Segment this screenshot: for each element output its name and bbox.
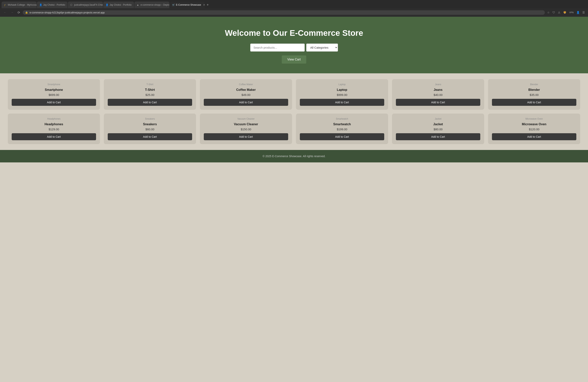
address-bar[interactable]: 🔒 e-commerce-shopp-h213sp0pr-justtcallme… xyxy=(23,10,545,15)
tab-favicon-jay1: 👤 xyxy=(39,3,42,6)
product-name: T-Shirt xyxy=(145,88,155,92)
product-name: Coffee Maker xyxy=(236,88,256,92)
category-select[interactable]: All Categories Electronics Clothing Home… xyxy=(306,43,338,52)
forward-button[interactable]: → xyxy=(9,10,15,15)
add-to-cart-button[interactable]: Add to Cart xyxy=(300,133,384,140)
new-tab-button[interactable]: + xyxy=(205,2,210,8)
product-card: Laptop Laptop $999.00 Add to Cart xyxy=(296,79,388,110)
menu-icon[interactable]: ☰ xyxy=(582,10,586,15)
product-image: Sneakers xyxy=(145,117,155,120)
product-name: Blender xyxy=(528,88,540,92)
tab-deploy[interactable]: ▲ e-commerce-shopp – Deployme xyxy=(134,1,169,8)
tab-favicon-deploy: ▲ xyxy=(137,3,139,6)
product-price: $120.00 xyxy=(529,127,539,131)
product-name: Smartphone xyxy=(45,88,63,92)
search-row: All Categories Electronics Clothing Home… xyxy=(4,43,584,52)
product-name: Headphones xyxy=(44,123,63,126)
add-to-cart-button[interactable]: Add to Cart xyxy=(204,133,288,140)
nav-icons: ☆ 🛡 ⚠ 🦁 VPN 👤 ☰ xyxy=(546,10,586,15)
products-grid: Smartphone Smartphone $699.00 Add to Car… xyxy=(8,79,580,144)
product-card: Vacuum Cleaner Vacuum Cleaner $150.00 Ad… xyxy=(200,114,292,144)
product-image: Microwave Oven xyxy=(525,117,543,120)
product-price: $199.00 xyxy=(337,127,347,131)
profile-icon[interactable]: 👤 xyxy=(576,10,580,15)
tab-label-deploy: e-commerce-shopp – Deployme xyxy=(141,3,169,6)
add-to-cart-button[interactable]: Add to Cart xyxy=(108,133,192,140)
product-image: Headphones xyxy=(47,117,61,120)
product-image: Blender xyxy=(530,83,538,86)
product-price: $80.00 xyxy=(434,127,442,131)
add-to-cart-button[interactable]: Add to Cart xyxy=(492,133,576,140)
products-section: Smartphone Smartphone $699.00 Add to Car… xyxy=(0,73,588,150)
tab-github[interactable]: ⬡ justcallmejayy/JavaFX-Checker xyxy=(68,1,103,8)
product-price: $25.00 xyxy=(146,93,154,96)
product-name: Laptop xyxy=(337,88,347,92)
tab-label-jay1: Jay Choksi - Portfolio xyxy=(43,3,65,6)
tab-mohawk[interactable]: 🎓 Mohawk College - MyAccount - xyxy=(1,1,37,8)
product-name: Sneakers xyxy=(143,123,157,126)
tab-label-mohawk: Mohawk College - MyAccount - xyxy=(8,3,37,6)
product-name: Microwave Oven xyxy=(522,123,546,126)
search-input[interactable] xyxy=(250,43,305,52)
product-card: Sneakers Sneakers $60.00 Add to Cart xyxy=(104,114,196,144)
product-card: Jeans Jeans $40.00 Add to Cart xyxy=(392,79,484,110)
tab-ecommerce[interactable]: 🛒 E-Commerce Showcase ✕ xyxy=(170,1,205,8)
browser-chrome: 🎓 Mohawk College - MyAccount - 👤 Jay Cho… xyxy=(0,0,588,17)
product-price: $40.00 xyxy=(434,93,442,96)
product-image: Laptop xyxy=(338,83,346,86)
tab-label-jay2: Jay Choksi - Portfolio xyxy=(109,3,131,6)
tab-favicon-mohawk: 🎓 xyxy=(4,3,7,6)
product-name: Jacket xyxy=(433,123,443,126)
add-to-cart-button[interactable]: Add to Cart xyxy=(396,99,480,106)
product-image: Coffee Maker xyxy=(239,83,253,86)
tab-favicon-jay2: 👤 xyxy=(105,3,108,6)
add-to-cart-button[interactable]: Add to Cart xyxy=(12,99,96,106)
tab-jay1[interactable]: 👤 Jay Choksi - Portfolio xyxy=(37,1,67,8)
footer-text: © 2025 E-Commerce Showcase. All rights r… xyxy=(262,155,325,158)
bookmark-icon[interactable]: ☆ xyxy=(546,10,550,15)
product-card: Headphones Headphones $129.00 Add to Car… xyxy=(8,114,100,144)
lock-icon: 🔒 xyxy=(25,11,28,14)
hero-section: Welcome to Our E-Commerce Store All Cate… xyxy=(0,17,588,73)
product-image: Jeans xyxy=(435,83,441,86)
product-card: Smartphone Smartphone $699.00 Add to Car… xyxy=(8,79,100,110)
tab-jay2[interactable]: 👤 Jay Choksi - Portfolio xyxy=(103,1,134,8)
product-price: $60.00 xyxy=(146,127,154,131)
product-price: $150.00 xyxy=(241,127,251,131)
product-name: Jeans xyxy=(434,88,442,92)
tab-favicon-github: ⬡ xyxy=(70,3,73,6)
product-card: Microwave Oven Microwave Oven $120.00 Ad… xyxy=(488,114,580,144)
product-image: Smartphone xyxy=(47,83,60,86)
product-price: $699.00 xyxy=(49,93,59,96)
add-to-cart-button[interactable]: Add to Cart xyxy=(12,133,96,140)
tab-close-icon[interactable]: ✕ xyxy=(203,3,205,6)
product-card: Smartwatch Smartwatch $199.00 Add to Car… xyxy=(296,114,388,144)
shield-icon[interactable]: 🛡 xyxy=(552,10,556,15)
hero-title: Welcome to Our E-Commerce Store xyxy=(4,28,584,38)
reload-button[interactable]: ⟳ xyxy=(16,10,21,15)
add-to-cart-button[interactable]: Add to Cart xyxy=(108,99,192,106)
alert-icon[interactable]: ⚠ xyxy=(557,10,561,15)
product-image: T-Shirt xyxy=(147,83,153,86)
add-to-cart-button[interactable]: Add to Cart xyxy=(396,133,480,140)
back-button[interactable]: ← xyxy=(2,10,8,15)
product-card: Coffee Maker Coffee Maker $49.00 Add to … xyxy=(200,79,292,110)
footer: © 2025 E-Commerce Showcase. All rights r… xyxy=(0,150,588,162)
product-card: Blender Blender $35.00 Add to Cart xyxy=(488,79,580,110)
product-price: $49.00 xyxy=(242,93,251,96)
view-cart-button[interactable]: View Cart xyxy=(282,55,306,64)
add-to-cart-button[interactable]: Add to Cart xyxy=(204,99,288,106)
product-card: Jacket Jacket $80.00 Add to Cart xyxy=(392,114,484,144)
add-to-cart-button[interactable]: Add to Cart xyxy=(492,99,576,106)
url-display: e-commerce-shopp-h213sp0pr-justtcallmeja… xyxy=(30,11,543,14)
vpn-label[interactable]: VPN xyxy=(568,11,574,14)
tab-favicon-ecommerce: 🛒 xyxy=(172,3,175,6)
brave-icon[interactable]: 🦁 xyxy=(562,10,567,15)
product-price: $129.00 xyxy=(49,127,59,131)
product-card: T-Shirt T-Shirt $25.00 Add to Cart xyxy=(104,79,196,110)
add-to-cart-button[interactable]: Add to Cart xyxy=(300,99,384,106)
product-image: Jacket xyxy=(435,117,441,120)
nav-bar: ← → ⟳ 🔒 e-commerce-shopp-h213sp0pr-justt… xyxy=(0,8,588,17)
product-name: Vacuum Cleaner xyxy=(234,123,258,126)
product-name: Smartwatch xyxy=(333,123,351,126)
